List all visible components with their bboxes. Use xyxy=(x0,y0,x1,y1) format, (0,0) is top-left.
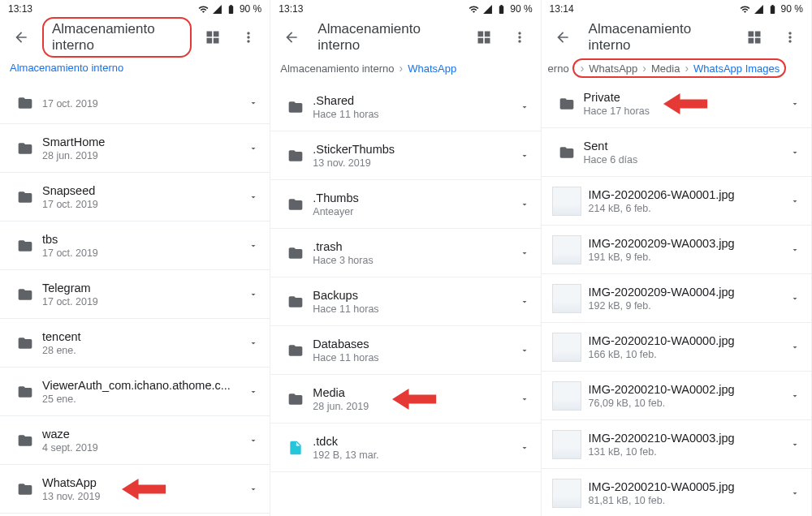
back-button[interactable] xyxy=(277,23,306,52)
list-item[interactable]: IMG-20200210-WA0002.jpg76,09 kB, 10 feb. xyxy=(542,372,811,420)
item-menu-button[interactable] xyxy=(242,144,265,153)
item-menu-button[interactable] xyxy=(242,98,265,108)
item-menu-button[interactable] xyxy=(242,387,265,397)
list-item[interactable]: tencent28 ene. xyxy=(0,319,270,368)
list-item[interactable]: IMG-20200210-WA0003.jpg131 kB, 10 feb. xyxy=(542,420,811,469)
list-item[interactable]: PrivateHace 17 horas xyxy=(542,80,811,128)
list-item[interactable]: DatabasesHace 11 horas xyxy=(270,326,540,375)
item-menu-button[interactable] xyxy=(513,102,536,112)
item-menu-button[interactable] xyxy=(513,151,536,161)
view-grid-button[interactable] xyxy=(469,23,499,52)
list-item[interactable]: waze4 sept. 2019 xyxy=(0,416,270,465)
item-menu-button[interactable] xyxy=(242,290,265,299)
battery-percent: 90 % xyxy=(510,3,532,15)
list-item[interactable]: BackupsHace 11 horas xyxy=(270,277,540,326)
more-button[interactable] xyxy=(505,23,534,52)
list-item[interactable]: IMG-20200206-WA0001.jpg214 kB, 6 feb. xyxy=(542,177,811,226)
item-menu-button[interactable] xyxy=(513,297,536,307)
item-menu-button[interactable] xyxy=(242,241,265,251)
item-subtext: 28 jun. 2019 xyxy=(313,401,512,412)
item-name: waze xyxy=(42,428,242,441)
item-menu-button[interactable] xyxy=(784,488,806,498)
item-menu-button[interactable] xyxy=(513,248,536,258)
list-item[interactable]: IMG-20200209-WA0003.jpg191 kB, 9 feb. xyxy=(542,226,811,274)
item-name: .trash xyxy=(313,240,512,253)
item-subtext: 28 ene. xyxy=(42,345,242,356)
view-grid-button[interactable] xyxy=(740,23,769,52)
item-subtext: Hace 3 horas xyxy=(313,255,512,266)
item-menu-button[interactable] xyxy=(784,294,806,303)
item-menu-button[interactable] xyxy=(784,391,806,401)
chevron-right-icon: › xyxy=(579,62,586,75)
list-item[interactable]: Telegram17 oct. 2019 xyxy=(0,270,270,319)
item-menu-button[interactable] xyxy=(784,342,806,352)
item-subtext: 81,81 kB, 10 feb. xyxy=(589,495,784,506)
folder-icon xyxy=(8,481,42,497)
battery-icon xyxy=(226,4,236,15)
list-item[interactable]: Media28 jun. 2019 xyxy=(270,375,540,424)
screen-1: 13:13 90 % Almacenamiento interno Almace… xyxy=(0,0,270,516)
more-vert-icon xyxy=(240,29,257,45)
breadcrumb[interactable]: Almacenamiento interno › WhatsApp xyxy=(270,57,540,83)
folder-icon xyxy=(8,432,42,449)
more-button[interactable] xyxy=(775,23,805,52)
item-subtext: 192 kB, 9 feb. xyxy=(589,300,784,312)
page-title[interactable]: Almacenamiento interno xyxy=(584,18,733,57)
page-title[interactable]: Almacenamiento interno xyxy=(42,17,192,58)
list-item[interactable]: ViewerAuth_com.ichano.athome.c...25 ene. xyxy=(0,368,270,416)
back-button[interactable] xyxy=(548,23,577,52)
breadcrumb-item[interactable]: WhatsApp xyxy=(408,62,456,75)
item-menu-button[interactable] xyxy=(784,196,806,206)
item-name: IMG-20200209-WA0004.jpg xyxy=(589,286,784,299)
breadcrumb-item[interactable]: Media xyxy=(651,62,680,75)
list-item[interactable]: .StickerThumbs13 nov. 2019 xyxy=(270,131,540,180)
list-item[interactable]: .trashHace 3 horas xyxy=(270,229,540,277)
list-item[interactable]: IMG-20200209-WA0004.jpg192 kB, 9 feb. xyxy=(542,274,811,323)
item-menu-button[interactable] xyxy=(513,346,536,355)
file-list[interactable]: .SharedHace 11 horas.StickerThumbs13 nov… xyxy=(270,83,540,516)
list-item[interactable]: SentHace 6 días xyxy=(542,128,811,177)
file-list[interactable]: PrivateHace 17 horasSentHace 6 díasIMG-2… xyxy=(542,80,811,516)
page-title[interactable]: Almacenamiento interno xyxy=(313,18,462,57)
breadcrumb-item[interactable]: Almacenamiento interno xyxy=(10,62,123,74)
item-menu-button[interactable] xyxy=(242,192,265,202)
list-item[interactable]: SmartHome28 jun. 2019 xyxy=(0,124,270,173)
list-item[interactable]: Snapseed17 oct. 2019 xyxy=(0,173,270,221)
list-item[interactable]: IMG-20200210-WA0000.jpg166 kB, 10 feb. xyxy=(542,323,811,372)
folder-icon xyxy=(8,238,42,254)
list-item[interactable]: WhatsApp13 nov. 2019 xyxy=(0,465,270,514)
status-bar: 13:13 90 % xyxy=(0,0,270,18)
item-menu-button[interactable] xyxy=(784,245,806,255)
item-menu-button[interactable] xyxy=(784,148,806,157)
item-subtext: Hace 11 horas xyxy=(313,109,512,120)
view-grid-button[interactable] xyxy=(198,23,227,52)
list-item[interactable]: .ThumbsAnteayer xyxy=(270,180,540,229)
item-subtext: 4 sept. 2019 xyxy=(42,442,242,454)
item-menu-button[interactable] xyxy=(784,440,806,449)
breadcrumb[interactable]: erno › WhatsApp › Media › WhatsApp Image… xyxy=(542,57,811,80)
item-name: IMG-20200210-WA0002.jpg xyxy=(589,383,784,396)
item-menu-button[interactable] xyxy=(242,338,265,348)
breadcrumb[interactable]: Almacenamiento interno xyxy=(0,57,270,82)
item-subtext: Hace 6 días xyxy=(584,154,784,166)
item-menu-button[interactable] xyxy=(242,484,265,494)
list-item[interactable]: tbs17 oct. 2019 xyxy=(0,221,270,270)
list-item[interactable]: .tdck192 B, 13 mar. xyxy=(270,424,540,472)
item-menu-button[interactable] xyxy=(242,436,265,445)
breadcrumb-item[interactable]: WhatsApp xyxy=(589,62,637,75)
item-menu-button[interactable] xyxy=(513,394,536,404)
item-menu-button[interactable] xyxy=(513,200,536,209)
item-menu-button[interactable] xyxy=(784,99,806,109)
more-button[interactable] xyxy=(234,23,263,52)
item-subtext: 17 oct. 2019 xyxy=(42,98,242,110)
back-button[interactable] xyxy=(6,23,36,52)
status-time: 13:14 xyxy=(550,3,574,15)
item-menu-button[interactable] xyxy=(513,443,536,453)
breadcrumb-item[interactable]: Almacenamiento interno xyxy=(280,62,394,75)
list-item[interactable]: IMG-20200210-WA0005.jpg81,81 kB, 10 feb. xyxy=(542,469,811,516)
breadcrumb-item[interactable]: WhatsApp Images xyxy=(693,62,780,75)
file-list[interactable]: 17 oct. 2019SmartHome28 jun. 2019Snapsee… xyxy=(0,82,270,516)
list-item[interactable]: 17 oct. 2019 xyxy=(0,82,270,124)
image-thumbnail xyxy=(552,333,581,362)
list-item[interactable]: .SharedHace 11 horas xyxy=(270,83,540,131)
